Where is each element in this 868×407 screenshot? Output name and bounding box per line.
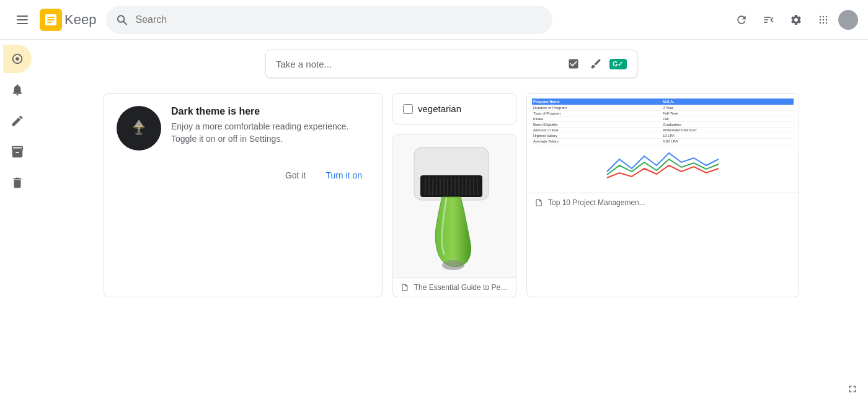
sidebar-item-edit-labels[interactable]: [3, 107, 32, 135]
project-card: Program Name M.S.A. Duration of Program2…: [526, 93, 799, 297]
lamp-icon: [124, 113, 154, 143]
main-content: Take a note... G✓: [35, 40, 868, 407]
grammarly-icon[interactable]: G✓: [609, 55, 627, 72]
svg-point-16: [823, 22, 825, 24]
svg-point-12: [820, 19, 822, 20]
project-card-image: Program Name M.S.A. Duration of Program2…: [527, 94, 799, 193]
vegetarian-card: vegetarian: [392, 93, 516, 125]
cards-grid: Dark theme is here Enjoy a more comforta…: [50, 93, 853, 297]
draw-note-icon[interactable]: [587, 55, 604, 72]
note-input-placeholder: Take a note...: [276, 59, 565, 69]
svg-line-8: [123, 21, 126, 24]
header: Keep: [0, 0, 868, 40]
vegetarian-label: vegetarian: [418, 103, 461, 114]
pet-card-footer-text: The Essential Guide to Pet ...: [414, 283, 508, 292]
project-card-footer: Top 10 Project Managemen...: [527, 193, 799, 212]
header-actions: [729, 7, 858, 32]
grammarly-badge: G✓: [609, 59, 627, 69]
turn-on-button[interactable]: Turn it on: [318, 165, 370, 185]
svg-rect-6: [47, 22, 52, 23]
search-icon: [116, 14, 128, 26]
avatar[interactable]: [838, 10, 858, 30]
svg-point-15: [820, 22, 822, 24]
note-input-icons: G✓: [565, 55, 627, 72]
dark-theme-card-text: Dark theme is here Enjoy a more comforta…: [171, 106, 370, 145]
sidebar-item-trash[interactable]: [3, 168, 32, 197]
search-input[interactable]: [135, 14, 542, 25]
vegetarian-checkbox-row: vegetarian: [403, 103, 506, 114]
svg-rect-4: [47, 17, 55, 18]
svg-point-17: [826, 22, 828, 24]
svg-rect-1: [17, 19, 28, 20]
dark-theme-image: [117, 106, 161, 151]
app-name: Keep: [64, 12, 96, 28]
doc-icon: [401, 283, 409, 292]
dark-theme-card: Dark theme is here Enjoy a more comforta…: [104, 93, 383, 297]
svg-point-13: [823, 19, 825, 20]
dark-theme-title: Dark theme is here: [171, 106, 370, 117]
pet-card-image: [393, 135, 516, 278]
dark-theme-card-header: Dark theme is here Enjoy a more comforta…: [117, 106, 370, 151]
right-column: vegetarian: [392, 93, 516, 297]
sidebar-item-reminders[interactable]: [3, 76, 32, 104]
pet-card-footer: The Essential Guide to Pet ...: [393, 278, 516, 297]
pet-card: The Essential Guide to Pet ...: [392, 134, 516, 297]
svg-point-14: [826, 19, 828, 20]
menu-button[interactable]: [10, 7, 35, 32]
expand-icon[interactable]: [847, 383, 858, 397]
pet-brush-svg: [402, 141, 507, 271]
app-logo: Keep: [40, 9, 96, 31]
doc-icon-project: [534, 198, 543, 207]
svg-point-41: [442, 260, 464, 270]
svg-rect-0: [17, 15, 28, 17]
svg-point-9: [820, 15, 822, 17]
project-card-footer-text: Top 10 Project Managemen...: [548, 198, 645, 207]
logo-icon: [40, 9, 62, 31]
refresh-button[interactable]: [729, 7, 754, 32]
note-input-bar[interactable]: Take a note... G✓: [265, 50, 637, 78]
project-chart-svg: [532, 147, 794, 184]
settings-button[interactable]: [784, 7, 808, 32]
project-mini-table: Program Name M.S.A. Duration of Program2…: [532, 98, 794, 144]
sidebar-item-notes[interactable]: [3, 45, 32, 73]
layout: Take a note... G✓: [0, 40, 868, 407]
svg-point-23: [133, 125, 145, 129]
dark-theme-card-actions: Got it Turn it on: [117, 160, 370, 185]
svg-point-22: [135, 133, 143, 135]
apps-button[interactable]: [811, 7, 836, 32]
svg-point-19: [16, 57, 19, 61]
sidebar: [0, 40, 35, 407]
vegetarian-checkbox[interactable]: [403, 104, 413, 114]
sidebar-item-archive[interactable]: [3, 138, 32, 166]
checkbox-note-icon[interactable]: [565, 55, 582, 72]
svg-rect-5: [47, 19, 55, 20]
svg-rect-2: [17, 23, 28, 24]
got-it-button[interactable]: Got it: [278, 165, 313, 185]
search-bar[interactable]: [106, 6, 552, 34]
dark-theme-description: Enjoy a more comfortable reading experie…: [171, 121, 370, 145]
svg-point-10: [823, 15, 825, 17]
list-view-button[interactable]: [756, 7, 781, 32]
svg-point-11: [826, 15, 828, 17]
